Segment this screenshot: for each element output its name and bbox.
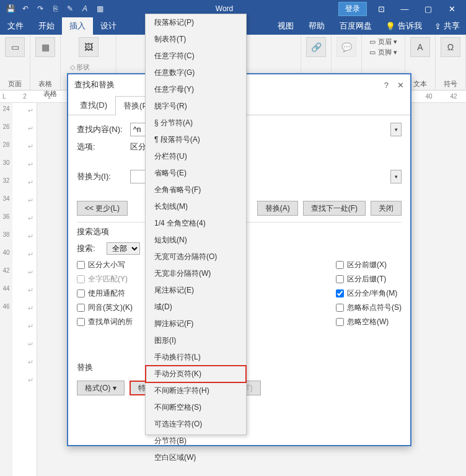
menu-item-1[interactable]: 制表符(T) xyxy=(146,31,246,48)
ribbon-group-table: ▦ 表格 xyxy=(30,35,61,90)
format-button[interactable]: 格式(O) ▾ xyxy=(77,381,125,395)
font-icon[interactable]: A xyxy=(79,3,90,14)
menu-item-11[interactable]: 长划线(M) xyxy=(146,198,246,215)
ribbon-group-page: ▭ 页面 xyxy=(0,35,30,90)
share-icon: ⇪ xyxy=(434,22,441,31)
menu-item-4[interactable]: 任意字母(Y) xyxy=(146,81,246,98)
chk-suffix[interactable]: 区分后缀(T) xyxy=(336,274,402,284)
chk-matchcase[interactable]: 区分大小写 xyxy=(77,260,133,270)
menu-item-2[interactable]: 任意字符(C) xyxy=(146,48,246,64)
tab-help[interactable]: 帮助 xyxy=(301,17,332,35)
menu-item-23[interactable]: 不间断空格(S) xyxy=(146,399,246,416)
menu-item-7[interactable]: ¶ 段落符号(A) xyxy=(146,131,246,148)
table-sub-label: 表格 xyxy=(43,89,57,99)
undo-icon[interactable]: ↶ xyxy=(20,3,31,14)
menu-item-24[interactable]: 可选连字符(O) xyxy=(146,416,246,433)
find-next-button[interactable]: 查找下一处(F) xyxy=(303,201,366,216)
chk-wildcards[interactable]: 使用通配符 xyxy=(77,288,133,299)
replace-history-dropdown[interactable]: ▾ xyxy=(390,170,402,183)
footer-button[interactable]: ▭ 页脚 ▾ xyxy=(369,48,397,57)
paragraph-marks-column: ↵ ↵↵ ↵↵ ↵↵ ↵↵ ↵↵ ↵↵ ↵↵ ↵ xyxy=(28,103,40,476)
comment-icon[interactable]: 💬 xyxy=(336,37,356,57)
tab-insert[interactable]: 插入 xyxy=(62,17,93,35)
share-button[interactable]: ⇪ 共享 xyxy=(428,20,466,32)
tab-design[interactable]: 设计 xyxy=(93,17,124,35)
menu-item-5[interactable]: 脱字号(R) xyxy=(146,98,246,115)
link-icon[interactable]: 🔗 xyxy=(306,37,326,57)
tab-file[interactable]: 文件 xyxy=(0,17,31,35)
menu-item-16[interactable]: 尾注标记(E) xyxy=(146,282,246,299)
chk-wordforms[interactable]: 查找单词的所 xyxy=(77,317,133,327)
left-checks: 区分大小写 全字匹配(Y) 使用通配符 同音(英文)(K) 查找单词的所 xyxy=(77,260,133,327)
maximize-button[interactable]: ▢ xyxy=(419,4,437,14)
shapes-button[interactable]: ◇形状 xyxy=(70,61,107,73)
para-mark: ↵ xyxy=(28,107,40,115)
menu-item-0[interactable]: 段落标记(P) xyxy=(146,14,246,31)
close-button[interactable]: 关闭 xyxy=(371,201,402,216)
options-value: 区分 xyxy=(130,141,146,152)
tab-home[interactable]: 开始 xyxy=(31,17,62,35)
header-button[interactable]: ▭ 页眉 ▾ xyxy=(369,37,397,46)
close-icon[interactable]: ✕ xyxy=(397,81,404,90)
chk-fullhalf[interactable]: 区分全/半角(M) xyxy=(336,288,402,299)
qat-icon-5[interactable]: ✎ xyxy=(64,3,76,14)
menu-item-12[interactable]: 1/4 全角空格(4) xyxy=(146,215,246,232)
menu-item-20[interactable]: 手动换行符(L) xyxy=(146,349,246,366)
table-icon[interactable]: ▦ xyxy=(35,37,55,57)
minimize-button[interactable]: — xyxy=(395,4,414,14)
replace-with-label: 替换为(I): xyxy=(77,171,125,182)
qat-icon-7[interactable]: ▦ xyxy=(94,3,105,14)
menu-item-9[interactable]: 省略号(E) xyxy=(146,165,246,182)
app-title: Word xyxy=(110,4,338,13)
tab-baidu[interactable]: 百度网盘 xyxy=(332,17,379,35)
search-scope-select[interactable]: 全部 xyxy=(107,242,140,255)
menu-item-6[interactable]: § 分节符(A) xyxy=(146,115,246,131)
menu-item-22[interactable]: 不间断连字符(H) xyxy=(146,382,246,399)
menu-item-15[interactable]: 无宽非分隔符(W) xyxy=(146,265,246,282)
login-button[interactable]: 登录 xyxy=(338,2,367,16)
menu-item-3[interactable]: 任意数字(G) xyxy=(146,64,246,81)
menu-item-21[interactable]: 手动分页符(K) xyxy=(146,366,246,382)
find-history-dropdown[interactable]: ▾ xyxy=(390,123,402,136)
menu-item-26[interactable]: 空白区域(W) xyxy=(146,449,246,466)
vertical-ruler: 24 26 28 30 32 34 36 38 40 42 44 46 xyxy=(0,103,12,476)
less-button[interactable]: << 更少(L) xyxy=(77,201,128,216)
quick-access-toolbar: 💾 ↶ ↷ ⎘ ✎ A ▦ xyxy=(0,3,110,14)
redo-icon[interactable]: ↷ xyxy=(35,3,46,14)
menu-item-13[interactable]: 短划线(N) xyxy=(146,232,246,249)
search-scope-label: 搜索: xyxy=(77,243,102,254)
special-format-menu: 段落标记(P)制表符(T)任意字符(C)任意数字(G)任意字母(Y)脱字号(R)… xyxy=(145,14,247,435)
menu-item-19[interactable]: 图形(I) xyxy=(146,332,246,349)
chk-ignorespace[interactable]: 忽略空格(W) xyxy=(336,317,402,327)
menu-item-10[interactable]: 全角省略号(F) xyxy=(146,182,246,198)
tell-me-search[interactable]: 💡 告诉我 xyxy=(379,20,428,32)
symbol-icon[interactable]: Ω xyxy=(441,37,460,57)
tab-find[interactable]: 查找(D) xyxy=(72,95,115,115)
chk-prefix[interactable]: 区分前缀(X) xyxy=(336,260,402,270)
tab-view[interactable]: 视图 xyxy=(270,17,301,35)
find-what-label: 查找内容(N): xyxy=(77,124,125,135)
qat-icon-4[interactable]: ⎘ xyxy=(50,3,61,14)
menu-item-17[interactable]: 域(D) xyxy=(146,299,246,315)
lightbulb-icon: 💡 xyxy=(385,22,395,31)
chevron-down-icon: ▾ xyxy=(113,384,116,392)
menu-item-25[interactable]: 分节符(B) xyxy=(146,433,246,449)
save-icon[interactable]: 💾 xyxy=(5,3,16,14)
shapes-icon: ◇ xyxy=(70,63,75,71)
picture-icon[interactable]: 🖼 xyxy=(79,37,99,57)
ribbon-group-symbol: Ω 符号 xyxy=(436,35,466,90)
chk-wholeword[interactable]: 全字匹配(Y) xyxy=(77,274,133,284)
ribbon-options-icon[interactable]: ⊡ xyxy=(372,4,390,14)
menu-item-14[interactable]: 无宽可选分隔符(O) xyxy=(146,249,246,265)
page-icon[interactable]: ▭ xyxy=(5,37,25,57)
options-label: 选项: xyxy=(77,141,125,152)
chk-soundslike[interactable]: 同音(英文)(K) xyxy=(77,302,133,313)
menu-item-8[interactable]: 分栏符(U) xyxy=(146,148,246,165)
close-window-button[interactable]: ✕ xyxy=(442,4,461,14)
right-checks: 区分前缀(X) 区分后缀(T) 区分全/半角(M) 忽略标点符号(S) 忽略空格… xyxy=(336,260,402,327)
textbox-icon[interactable]: A xyxy=(410,37,430,57)
chk-ignorepunct[interactable]: 忽略标点符号(S) xyxy=(336,302,402,313)
menu-item-18[interactable]: 脚注标记(F) xyxy=(146,315,246,332)
replace-all-button[interactable]: 替换(A) xyxy=(257,201,298,216)
help-icon[interactable]: ? xyxy=(384,81,389,90)
